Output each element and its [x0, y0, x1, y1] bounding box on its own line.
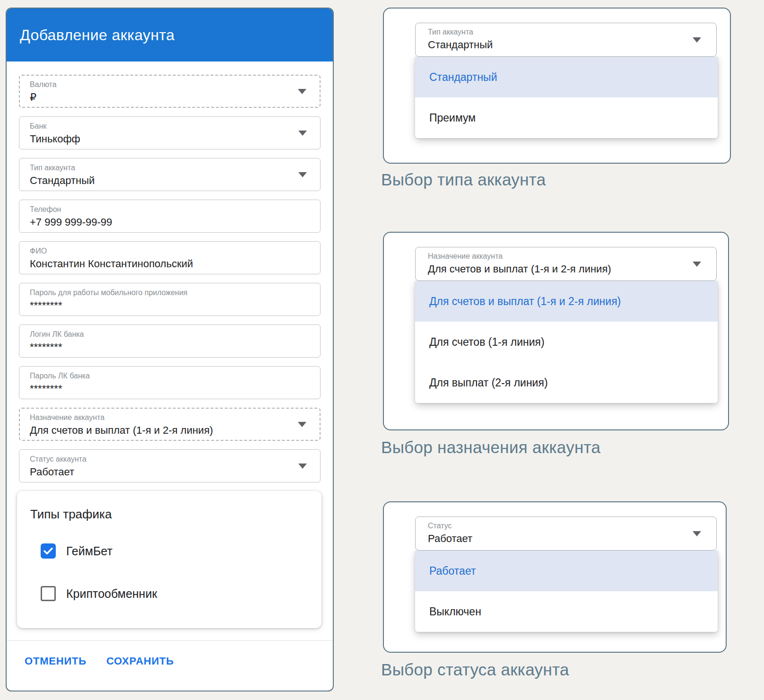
field-bank-password-value: ********: [30, 382, 290, 396]
field-account-purpose-value: Для счетов и выплат (1-я и 2-я линия): [30, 423, 290, 438]
menu-option-selected[interactable]: Для счетов и выплат (1-я и 2-я линия): [415, 281, 718, 322]
account-purpose-example-card: Назначение аккаунта Для счетов и выплат …: [383, 232, 729, 430]
menu-option[interactable]: Выключен: [415, 591, 718, 632]
field-account-type-label: Тип аккаунта: [30, 163, 290, 173]
field-account-purpose[interactable]: Назначение аккаунта Для счетов и выплат …: [19, 408, 321, 441]
field-account-purpose-label: Назначение аккаунта: [30, 413, 290, 422]
dialog-actions: ОТМЕНИТЬ СОХРАНИТЬ: [7, 641, 333, 667]
save-button[interactable]: СОХРАНИТЬ: [106, 655, 174, 667]
account-status-example-card: Статус Работает Работает Выключен: [383, 501, 727, 653]
traffic-types-title: Типы трафика: [30, 507, 308, 522]
field-bank-login[interactable]: Логин ЛК банка ********: [19, 324, 321, 358]
field-bank-password-label: Пароль ЛК банка: [30, 371, 290, 381]
menu-option[interactable]: Для выплат (2-я линия): [415, 362, 718, 403]
field-bank-label: Банк: [30, 122, 290, 131]
menu-option-selected[interactable]: Работает: [415, 551, 718, 591]
field-bank-value: Тинькофф: [30, 132, 290, 146]
checkbox-checked-icon[interactable]: [41, 543, 56, 559]
field-account-type[interactable]: Тип аккаунта Стандартный: [19, 158, 321, 191]
dialog-title: Добавление аккаунта: [20, 26, 175, 44]
field-account-status-value: Работает: [30, 465, 290, 479]
chevron-down-icon: [693, 262, 701, 267]
account-type-example-card: Тип аккаунта Стандартный Стандартный Пре…: [383, 8, 731, 164]
cancel-button[interactable]: ОТМЕНИТЬ: [25, 655, 87, 667]
example-caption: Выбор статуса аккаунта: [381, 660, 569, 679]
field-currency-label: Валюта: [30, 80, 290, 89]
select-label: Назначение аккаунта: [428, 252, 686, 261]
example-caption: Выбор назначения аккаунта: [381, 438, 600, 457]
field-currency-value: ₽: [30, 90, 290, 105]
field-bank-password[interactable]: Пароль ЛК банка ********: [19, 366, 321, 399]
field-account-type-value: Стандартный: [30, 174, 290, 188]
field-phone-value: +7 999 999-99-99: [30, 215, 290, 229]
chevron-down-icon: [298, 172, 307, 177]
select-value: Работает: [428, 532, 686, 546]
field-app-password-value: ********: [30, 298, 290, 313]
select-label: Тип аккаунта: [428, 27, 686, 37]
field-fullname-label: ФИО: [30, 246, 290, 256]
chevron-down-icon: [298, 89, 306, 94]
traffic-types-card: Типы трафика ГеймБет Криптообменник: [17, 491, 321, 628]
field-bank-login-label: Логин ЛК банка: [30, 330, 290, 339]
field-account-status[interactable]: Статус аккаунта Работает: [19, 449, 321, 482]
field-bank-login-value: ********: [30, 340, 290, 354]
chevron-down-icon: [298, 422, 306, 427]
dialog-header: Добавление аккаунта: [7, 9, 333, 61]
account-type-menu: Стандартный Преимум: [415, 57, 718, 138]
field-account-status-label: Статус аккаунта: [30, 455, 290, 464]
chevron-down-icon: [298, 464, 307, 469]
checkbox-unchecked-icon[interactable]: [41, 586, 56, 601]
field-fullname[interactable]: ФИО Константин Константинопольский: [19, 241, 321, 274]
select-value: Для счетов и выплат (1-я и 2-я линия): [428, 262, 686, 276]
field-app-password[interactable]: Пароль для работы мобильного приложения …: [19, 283, 321, 316]
checkbox-label: ГеймБет: [66, 544, 113, 558]
menu-option[interactable]: Преимум: [415, 97, 718, 138]
select-label: Статус: [428, 521, 686, 531]
example-caption: Выбор типа аккаунта: [381, 170, 546, 189]
field-phone-label: Телефон: [30, 205, 290, 214]
account-purpose-select[interactable]: Назначение аккаунта Для счетов и выплат …: [415, 247, 717, 281]
chevron-down-icon: [298, 131, 307, 136]
select-value: Стандартный: [428, 38, 686, 52]
field-app-password-label: Пароль для работы мобильного приложения: [30, 288, 290, 298]
checkbox-row-cryptoexchange[interactable]: Криптообменник: [41, 586, 308, 601]
form-fields: Валюта ₽ Банк Тинькофф Тип аккаунта Стан…: [7, 61, 333, 482]
menu-option-selected[interactable]: Стандартный: [415, 57, 718, 97]
field-fullname-value: Константин Константинопольский: [30, 257, 290, 271]
add-account-dialog: Добавление аккаунта Валюта ₽ Банк Тинько…: [6, 8, 334, 691]
checkbox-row-gamebet[interactable]: ГеймБет: [41, 543, 308, 559]
account-status-menu: Работает Выключен: [415, 551, 718, 632]
account-type-select[interactable]: Тип аккаунта Стандартный: [415, 23, 717, 57]
checkmark-icon: [43, 547, 53, 555]
checkbox-label: Криптообменник: [66, 587, 157, 601]
field-bank[interactable]: Банк Тинькофф: [19, 116, 321, 149]
field-currency[interactable]: Валюта ₽: [19, 75, 321, 108]
field-phone[interactable]: Телефон +7 999 999-99-99: [19, 200, 321, 233]
menu-option[interactable]: Для счетов (1-я линия): [415, 322, 718, 362]
chevron-down-icon: [693, 531, 701, 536]
account-purpose-menu: Для счетов и выплат (1-я и 2-я линия) Дл…: [415, 281, 718, 403]
account-status-select[interactable]: Статус Работает: [415, 516, 717, 551]
chevron-down-icon: [693, 37, 701, 43]
